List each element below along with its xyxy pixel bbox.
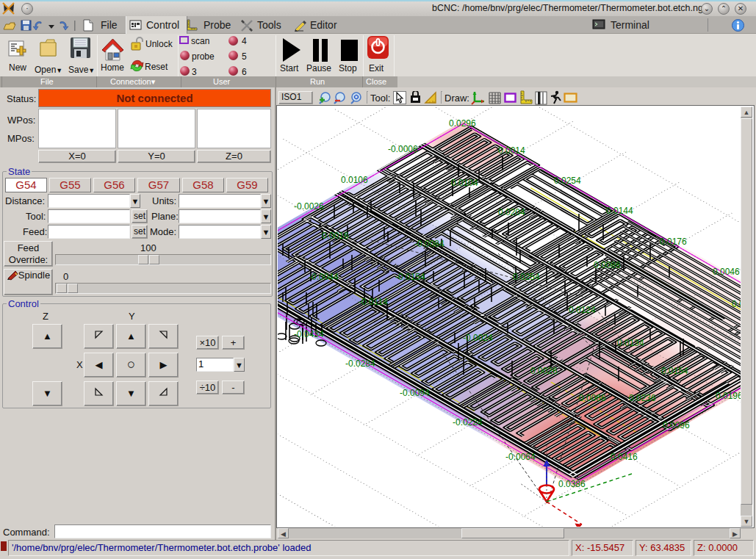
svg-text:-0.0224: -0.0224 (453, 417, 483, 428)
svg-text:-0.0044: -0.0044 (309, 272, 339, 282)
svg-text:-0.0024: -0.0024 (463, 333, 493, 343)
svg-text:0.0046: 0.0046 (713, 267, 740, 277)
svg-text:0.005: 0.005 (732, 299, 741, 309)
svg-text:0.0236: 0.0236 (629, 393, 656, 403)
svg-text:0.0416: 0.0416 (611, 452, 638, 462)
svg-text:0.0016: 0.0016 (322, 231, 349, 241)
svg-text:0.0096: 0.0096 (663, 420, 690, 430)
svg-text:0.0066: 0.0066 (579, 393, 606, 403)
svg-text:-0.0064: -0.0064 (505, 452, 536, 462)
svg-text:0.0204: 0.0204 (498, 207, 525, 217)
svg-text:-0.0006: -0.0006 (388, 144, 418, 154)
svg-text:0.0144: 0.0144 (606, 206, 633, 216)
svg-text:0.0106: 0.0106 (341, 175, 368, 185)
svg-text:0.0296: 0.0296 (449, 118, 476, 129)
svg-text:-0.0154: -0.0154 (395, 272, 425, 282)
svg-text:0.0154: 0.0154 (661, 366, 688, 376)
svg-text:0.0014: 0.0014 (498, 145, 525, 156)
svg-text:0.0254: 0.0254 (513, 272, 540, 282)
svg-text:0.0386: 0.0386 (558, 479, 586, 489)
svg-text:0.0104: 0.0104 (451, 178, 478, 188)
svg-text:-0.0284: -0.0284 (345, 358, 375, 369)
svg-text:0.0254: 0.0254 (554, 176, 581, 186)
svg-text:0.0134: 0.0134 (617, 338, 644, 348)
svg-text:-0.0084: -0.0084 (414, 239, 444, 249)
svg-text:0.0124: 0.0124 (569, 305, 596, 315)
svg-text:0.0086: 0.0086 (594, 260, 621, 270)
svg-text:0.0176: 0.0176 (660, 237, 687, 247)
svg-text:-0.0114: -0.0114 (359, 297, 388, 307)
svg-text:-0.0026: -0.0026 (294, 201, 324, 212)
svg-text:0.0026: 0.0026 (530, 366, 558, 376)
svg-text:-0.0094: -0.0094 (400, 388, 430, 398)
svg-text:-0.0434: -0.0434 (294, 329, 324, 339)
svg-text:0.0196: 0.0196 (716, 391, 741, 401)
